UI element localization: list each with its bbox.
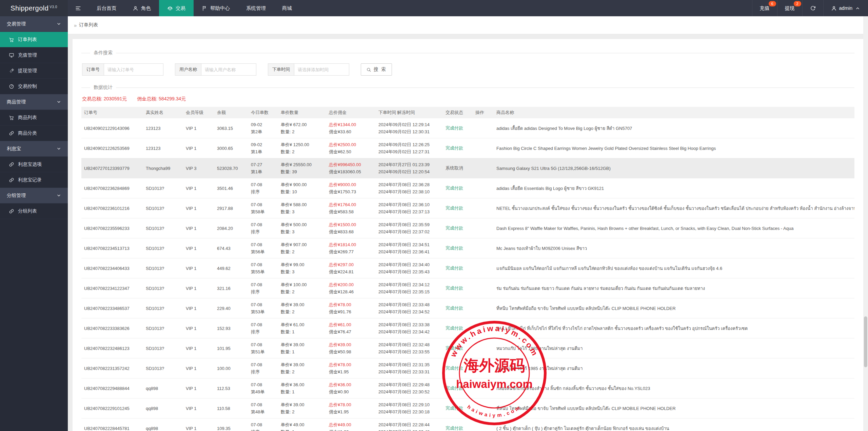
sidebar-item-label: 提现管理 — [18, 68, 37, 74]
nav-item-role[interactable]: 角色 — [124, 0, 159, 16]
cell-unit-qty: 单价¥ 39.00数量: 2 — [278, 398, 326, 418]
nav-item-mall[interactable]: 商城 — [274, 0, 300, 16]
user-name-input[interactable] — [201, 64, 256, 75]
today-date: 07-08 — [251, 341, 275, 348]
cell-times: 2024年09月02日 12:29:142024年09月02日 12:30:31 — [376, 118, 443, 138]
col-header: 会员等级 — [183, 107, 214, 118]
today-seq: 排序 — [251, 228, 275, 235]
commission: 佣金¥1.23 — [329, 428, 373, 431]
withdraw-button[interactable]: 提现 2 — [777, 0, 802, 16]
order-time: 2024年07月08日 22:31:35 — [378, 361, 440, 368]
sidebar-group-label: 分组管理 — [7, 193, 26, 199]
cell-order-no: UB2407082234122347 — [81, 278, 143, 298]
app-version: V3.0 — [50, 5, 57, 9]
quantity: 数量: 1 — [281, 348, 323, 355]
sidebar-item-recharge-manage[interactable]: 充值管理 — [0, 47, 68, 63]
unfreeze-time: 2024年07月08日 22:30:52 — [378, 388, 440, 395]
order-time-input[interactable] — [294, 64, 349, 75]
cell-operation — [473, 398, 494, 418]
sidebar-group-trade-manage[interactable]: 交易管理 — [0, 16, 68, 32]
table-row: UB2407082236101216SD1013?VIP 12917.8807-… — [81, 198, 854, 218]
cell-operation — [473, 238, 494, 258]
cell-status: 完成付款 — [443, 398, 473, 418]
table-row: UB2409021226253569123123VIP 13000.6509-0… — [81, 138, 854, 158]
cell-operation — [473, 118, 494, 138]
sidebar-group-label: 利息宝 — [7, 146, 21, 152]
unfreeze-time: 2024年07月08日 22:33:55 — [378, 348, 440, 355]
search-row: 订单号 用户名称 下单时间 搜 索 — [82, 63, 854, 76]
unit-price: 单价¥ 100.00 — [281, 281, 323, 288]
recharge-label: 充值 — [760, 5, 770, 12]
cell-order-no: UB2407082228445781 — [81, 418, 143, 431]
unfreeze-time: 2024年07月08日 22:29:48 — [378, 428, 440, 431]
cell-status: 完成付款 — [443, 118, 473, 138]
cell-status: 完成付款 — [443, 218, 473, 238]
sidebar-toggle[interactable] — [68, 0, 88, 16]
cell-operation — [473, 278, 494, 298]
today-date: 07-08 — [251, 201, 275, 208]
cell-order-no: UB2407082229488844 — [81, 378, 143, 398]
total-price: 总价¥200.00 — [329, 281, 373, 288]
unfreeze-time: 2024年07月08日 22:37:02 — [378, 228, 440, 235]
order-time: 2024年07月08日 22:36:10 — [378, 201, 440, 208]
unfreeze-time: 2024年07月08日 22:34:42 — [378, 328, 440, 335]
app-logo-text: Shippergold — [11, 4, 48, 12]
status-badge: 完成付款 — [446, 346, 463, 351]
unit-price: 单价¥ 39.00 — [281, 301, 323, 308]
search-button[interactable]: 搜 索 — [361, 63, 392, 76]
cell-real-name: SD1013? — [143, 198, 183, 218]
nav-item-label: 角色 — [141, 5, 151, 12]
cell-order-no: UB2407082233486537 — [81, 298, 143, 318]
sidebar-item-trade-control[interactable]: 交易控制 — [0, 79, 68, 94]
user-menu[interactable]: admin — [823, 0, 868, 16]
sidebar-group-interest[interactable]: 利息宝 — [0, 141, 68, 157]
sidebar-item-interest-options[interactable]: 利息宝选项 — [0, 157, 68, 172]
sidebar-item-interest-records[interactable]: 利息宝记录 — [0, 172, 68, 188]
chevron-up-icon — [855, 5, 861, 11]
recharge-button[interactable]: 充值 6 — [752, 0, 777, 16]
cell-product-name: หมวกแก๊ป โลโก้ 1985 งานใหม่ล่าสุด งานดีม… — [494, 338, 854, 358]
gavel-icon — [9, 68, 14, 74]
sidebar-item-withdraw-manage[interactable]: 提现管理 — [0, 63, 68, 79]
order-time: 2024年07月08日 22:33:38 — [378, 321, 440, 328]
nav-item-trade[interactable]: 交易 — [159, 0, 194, 16]
cell-unit-qty: 单价¥ 25550.00数量: 39 — [278, 158, 326, 178]
sidebar-item-product-list[interactable]: 商品列表 — [0, 110, 68, 125]
sidebar-item-order-list[interactable]: 订单列表 — [0, 32, 68, 47]
cell-balance: 110.58 — [214, 398, 248, 418]
status-badge: 完成付款 — [446, 406, 463, 411]
sidebar-group-product-manage[interactable]: 商品管理 — [0, 94, 68, 110]
sidebar-item-label: 利息宝记录 — [18, 177, 42, 183]
sidebar-item-product-category[interactable]: 商品分类 — [0, 125, 68, 141]
cell-unit-qty: 单价¥ 1250.00数量: 2 — [278, 138, 326, 158]
scrollbar-thumb[interactable] — [864, 316, 867, 367]
nav-item-label: 系统管理 — [246, 5, 266, 12]
nav-item-home[interactable]: 后台首页 — [88, 0, 124, 16]
cell-status: 系统取消 — [443, 158, 473, 178]
quantity: 数量: 2 — [281, 368, 323, 375]
order-time: 2024年07月08日 22:28:44 — [378, 421, 440, 428]
scrollbar-track[interactable] — [863, 16, 868, 431]
refresh-button[interactable] — [802, 0, 823, 16]
sidebar-item-group-list[interactable]: 分组列表 — [0, 203, 68, 219]
today-date: 07-08 — [251, 241, 275, 248]
cell-operation — [473, 218, 494, 238]
cell-order-no: UB2407082232486123 — [81, 338, 143, 358]
today-seq: 第56单 — [251, 248, 275, 255]
sidebar-group-group-manage[interactable]: 分组管理 — [0, 188, 68, 203]
table-row: UB2407082228445781qq898VIP 1109.3507-08排… — [81, 418, 854, 431]
order-no-input[interactable] — [104, 64, 163, 75]
stat-item-1: 佣金总额: 584299.34元 — [137, 96, 186, 102]
cell-operation — [473, 258, 494, 278]
cell-product-name: Fashion Big Circle C Shaped Earrings Wom… — [494, 138, 854, 158]
flag-icon — [202, 5, 208, 11]
unit-price: 单价¥ 36.00 — [281, 381, 323, 388]
nav-item-help-center[interactable]: 帮助中心 — [194, 0, 238, 16]
order-time: 2024年07月27日 01:23:39 — [378, 161, 440, 168]
cell-member-level: VIP 1 — [183, 238, 214, 258]
nav-item-system-manage[interactable]: 系统管理 — [238, 0, 274, 16]
total-price: 总价¥1814.00 — [329, 241, 373, 248]
cell-real-name: 123123 — [143, 118, 183, 138]
commission: 佣金¥128.46 — [329, 288, 373, 295]
cell-order-no: UB2407082234513713 — [81, 238, 143, 258]
